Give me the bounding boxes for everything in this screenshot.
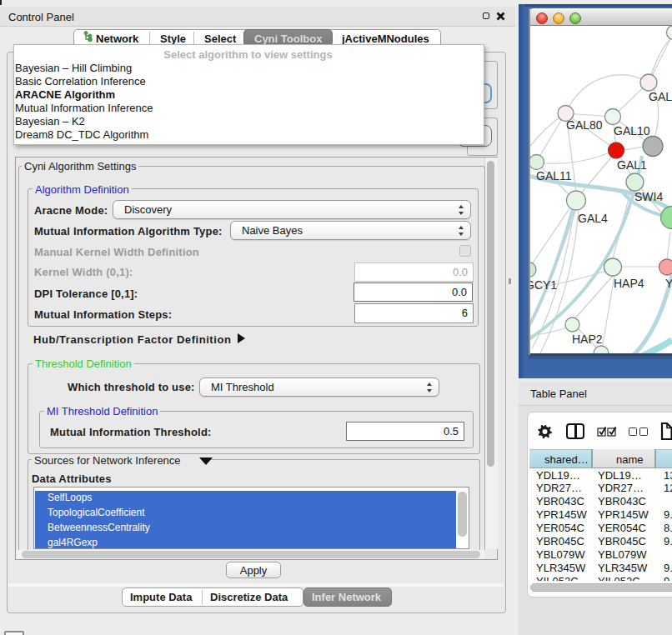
- svg-text:GAL: GAL: [649, 90, 672, 103]
- svg-text:GAL10: GAL10: [614, 124, 650, 138]
- svg-text:SWI4: SWI4: [634, 190, 663, 203]
- svg-text:HAP2: HAP2: [572, 332, 603, 346]
- svg-text:GAL11: GAL11: [536, 169, 572, 182]
- svg-text:Y: Y: [665, 277, 672, 290]
- svg-text:HAP4: HAP4: [614, 277, 644, 290]
- svg-text:GAL80: GAL80: [566, 118, 603, 132]
- svg-text:GCY1: GCY1: [529, 278, 557, 292]
- svg-text:GAL4: GAL4: [578, 212, 608, 225]
- svg-text:GAL1: GAL1: [617, 158, 647, 172]
